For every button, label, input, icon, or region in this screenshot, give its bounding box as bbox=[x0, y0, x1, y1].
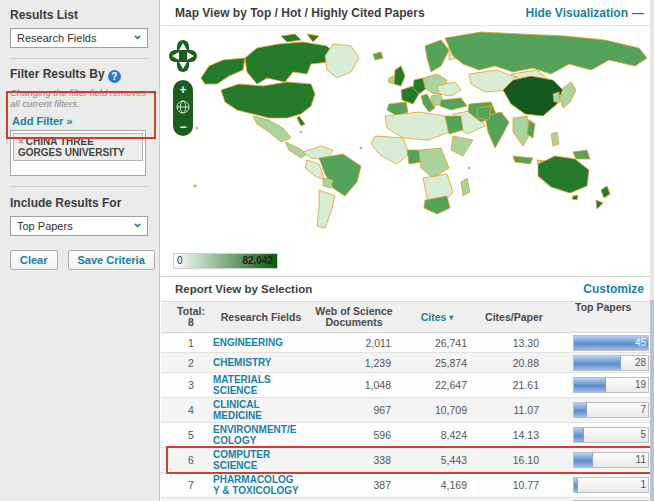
zoom-out-icon[interactable]: − bbox=[179, 120, 186, 134]
row-cites: 25,874 bbox=[399, 357, 475, 369]
map-view-header: Map View by Top / Hot / Highly Cited Pap… bbox=[161, 0, 654, 26]
research-field-link[interactable]: ENGINEERING bbox=[213, 337, 309, 348]
row-cites-per-paper: 16.10 bbox=[475, 454, 553, 466]
total-count: 8 bbox=[188, 316, 194, 328]
top-papers-cell: 5 bbox=[553, 424, 654, 446]
include-results-label: Include Results For bbox=[10, 196, 149, 210]
row-cites-per-paper: 21.61 bbox=[475, 379, 553, 391]
row-wos-documents: 338 bbox=[309, 454, 399, 466]
legend-min-value: 0 bbox=[177, 255, 183, 266]
minus-icon: — bbox=[632, 6, 644, 20]
map-pan-control[interactable] bbox=[169, 40, 197, 72]
hide-visualization-label: Hide Visualization bbox=[526, 6, 628, 20]
customize-link[interactable]: Customize bbox=[583, 282, 644, 296]
row-cites: 10,709 bbox=[399, 404, 475, 416]
column-cites-per-paper: Cites/Paper bbox=[475, 312, 553, 323]
clear-button[interactable]: Clear bbox=[10, 250, 58, 270]
scrollbar-thumb[interactable] bbox=[650, 300, 654, 501]
top-papers-bar: 11 bbox=[573, 452, 649, 468]
top-papers-value: 28 bbox=[635, 357, 646, 368]
filter-results-by-label: Filter Results By bbox=[10, 67, 105, 81]
zoom-in-icon[interactable]: + bbox=[179, 83, 186, 97]
research-field-link[interactable]: PHARMACOLOG Y & TOXICOLOGY bbox=[213, 474, 309, 496]
top-papers-bar: 7 bbox=[573, 402, 649, 418]
top-papers-bar-fill bbox=[574, 356, 621, 370]
column-cites-sort[interactable]: Cites ▾ bbox=[399, 312, 475, 323]
report-view-title: Report View by Selection bbox=[175, 283, 312, 295]
row-cites-per-paper: 13.30 bbox=[475, 337, 553, 349]
row-wos-documents: 1,048 bbox=[309, 379, 399, 391]
table-row[interactable]: 2 CHEMISTRY 1,239 25,874 20.88 28 bbox=[161, 353, 654, 373]
top-papers-bar: 1 bbox=[573, 477, 649, 493]
results-list-value: Research Fields bbox=[17, 32, 96, 44]
research-field-link[interactable]: COMPUTER SCIENCE bbox=[213, 449, 309, 471]
top-papers-cell: 19 bbox=[553, 374, 654, 396]
row-cites: 4,169 bbox=[399, 479, 475, 491]
column-research-fields: Research Fields bbox=[213, 312, 309, 323]
top-papers-cell: 1 bbox=[553, 474, 654, 496]
row-cites-per-paper: 10.77 bbox=[475, 479, 553, 491]
world-map[interactable]: + − 0 82,042 bbox=[161, 26, 654, 276]
top-papers-bar: 28 bbox=[573, 355, 649, 371]
research-field-link[interactable]: ENVIRONMENT/E COLOGY bbox=[213, 424, 309, 446]
row-rank: 6 bbox=[169, 454, 213, 466]
app-root: Results List Research Fields ⌄ Filter Re… bbox=[0, 0, 654, 501]
research-field-link[interactable]: CLINICAL MEDICINE bbox=[213, 399, 309, 421]
row-cites: 22,647 bbox=[399, 379, 475, 391]
results-list-dropdown[interactable]: Research Fields ⌄ bbox=[10, 28, 148, 48]
report-table-header: Total: 8 Research Fields Web of Science … bbox=[161, 301, 654, 333]
top-papers-value: 19 bbox=[635, 379, 646, 390]
top-papers-value: 45 bbox=[635, 337, 646, 348]
add-filter-link[interactable]: Add Filter » bbox=[12, 115, 149, 127]
remove-filter-icon[interactable]: × bbox=[18, 136, 24, 147]
row-wos-documents: 967 bbox=[309, 404, 399, 416]
scrollbar[interactable] bbox=[650, 0, 654, 501]
top-papers-bar-fill bbox=[574, 478, 578, 492]
report-table: Total: 8 Research Fields Web of Science … bbox=[161, 301, 654, 501]
filter-tag[interactable]: ×CHINA THREE GORGES UNIVERSITY bbox=[13, 133, 143, 161]
top-papers-bar-fill bbox=[574, 453, 593, 467]
results-list-label: Results List bbox=[10, 8, 149, 22]
include-results-dropdown[interactable]: Top Papers ⌄ bbox=[10, 216, 148, 236]
row-rank: 5 bbox=[169, 429, 213, 441]
row-cites-per-paper: 20.88 bbox=[475, 357, 553, 369]
row-wos-documents: 2,011 bbox=[309, 337, 399, 349]
research-field-link[interactable]: CHEMISTRY bbox=[213, 357, 309, 368]
table-row[interactable]: 7 PHARMACOLOG Y & TOXICOLOGY 387 4,169 1… bbox=[161, 473, 654, 498]
map-legend: 0 82,042 bbox=[173, 253, 278, 269]
table-row[interactable]: 5 ENVIRONMENT/E COLOGY 596 8,424 14.13 5 bbox=[161, 423, 654, 448]
row-rank: 7 bbox=[169, 479, 213, 491]
include-results-value: Top Papers bbox=[17, 220, 73, 232]
top-papers-bar-fill bbox=[574, 428, 584, 442]
table-row[interactable]: 6 COMPUTER SCIENCE 338 5,443 16.10 11 bbox=[161, 448, 654, 473]
top-papers-bar-fill bbox=[574, 403, 587, 417]
table-row[interactable]: 4 CLINICAL MEDICINE 967 10,709 11.07 7 bbox=[161, 398, 654, 423]
research-field-link[interactable]: MATERIALS SCIENCE bbox=[213, 374, 309, 396]
map-zoom-control[interactable]: + − bbox=[173, 80, 193, 136]
row-cites-per-paper: 11.07 bbox=[475, 404, 553, 416]
row-cites-per-paper: 14.13 bbox=[475, 429, 553, 441]
main-panel: Map View by Top / Hot / Highly Cited Pap… bbox=[161, 0, 654, 501]
table-row[interactable]: 3 MATERIALS SCIENCE 1,048 22,647 21.61 1… bbox=[161, 373, 654, 398]
top-papers-bar-fill bbox=[574, 378, 606, 392]
filter-tag-label: CHINA THREE GORGES UNIVERSITY bbox=[18, 136, 125, 158]
row-rank: 4 bbox=[169, 404, 213, 416]
sidebar: Results List Research Fields ⌄ Filter Re… bbox=[0, 0, 160, 501]
top-papers-cell: 45 bbox=[553, 334, 654, 351]
top-papers-cell: 28 bbox=[553, 354, 654, 371]
column-top-papers: Top Papers bbox=[553, 302, 654, 332]
help-icon[interactable]: ? bbox=[108, 70, 121, 83]
row-cites: 8,424 bbox=[399, 429, 475, 441]
top-papers-bar: 19 bbox=[573, 377, 649, 393]
column-total: Total: 8 bbox=[169, 306, 213, 328]
report-view-header: Report View by Selection Customize bbox=[161, 276, 654, 301]
filter-note: Changing the filter field removes all cu… bbox=[10, 87, 150, 109]
row-rank: 1 bbox=[169, 337, 213, 349]
top-papers-value: 5 bbox=[640, 429, 646, 440]
hide-visualization-link[interactable]: Hide Visualization— bbox=[526, 6, 644, 20]
save-criteria-button[interactable]: Save Criteria bbox=[68, 250, 155, 270]
filter-list: ×CHINA THREE GORGES UNIVERSITY bbox=[10, 130, 146, 176]
table-row[interactable]: 1 ENGINEERING 2,011 26,741 13.30 45 bbox=[161, 333, 654, 353]
choropleth-map[interactable] bbox=[161, 28, 654, 252]
top-papers-value: 11 bbox=[636, 454, 646, 465]
